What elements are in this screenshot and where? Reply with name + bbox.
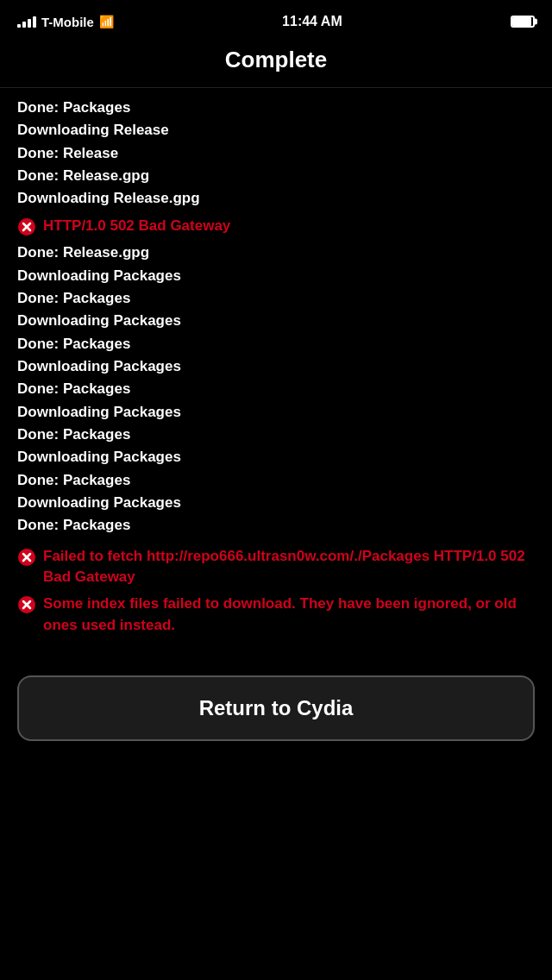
log-line: Done: Packages [17,424,535,446]
error-line-fetch: Failed to fetch http://repo666.ultrasn0w… [17,546,535,588]
error-index-text: Some index files failed to download. The… [43,594,535,636]
wifi-icon: 📶 [99,15,114,28]
time-label: 11:44 AM [282,14,342,29]
log-line: Downloading Packages [17,310,535,332]
log-line: Downloading Packages [17,401,535,424]
log-line: Done: Release.gpg [17,165,535,187]
error-text: HTTP/1.0 502 Bad Gateway [43,216,535,237]
log-line: Done: Packages [17,97,535,119]
page-title: Complete [0,38,552,88]
battery-icon [511,16,535,28]
button-container: Return to Cydia [0,658,552,776]
log-line: Done: Packages [17,287,535,310]
log-line: Done: Packages [17,514,535,537]
log-line: Downloading Release [17,119,535,141]
log-line: Done: Release [17,142,535,165]
log-container: Done: Packages Downloading Release Done:… [0,88,552,650]
error-fetch-text: Failed to fetch http://repo666.ultrasn0w… [43,546,535,588]
status-right [511,16,535,28]
error-line-index: Some index files failed to download. The… [17,594,535,636]
log-line: Downloading Packages [17,265,535,287]
log-line: Downloading Release.gpg [17,187,535,210]
log-line: Done: Release.gpg [17,242,535,264]
carrier-label: T-Mobile [41,15,94,29]
log-line: Downloading Packages [17,446,535,468]
status-bar: T-Mobile 📶 11:44 AM [0,0,552,38]
log-line: Done: Packages [17,333,535,355]
status-left: T-Mobile 📶 [17,15,114,29]
return-to-cydia-button[interactable]: Return to Cydia [17,675,535,741]
error-icon [17,595,36,614]
log-line: Done: Packages [17,378,535,400]
error-icon [17,548,36,567]
signal-icon [17,16,36,28]
log-line: Downloading Packages [17,492,535,514]
log-line: Done: Packages [17,469,535,492]
error-line: HTTP/1.0 502 Bad Gateway [17,216,535,237]
log-line: Downloading Packages [17,355,535,378]
error-icon [17,217,36,236]
